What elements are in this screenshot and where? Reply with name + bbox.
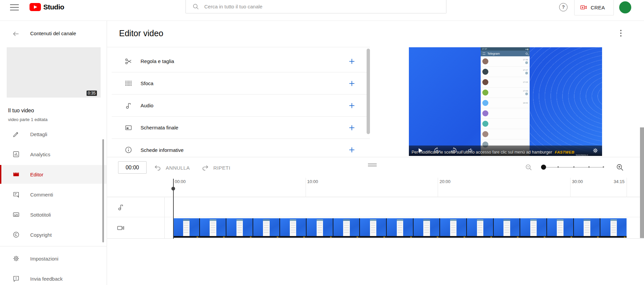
playhead-handle[interactable] xyxy=(171,187,175,190)
sidebar-item-analytics[interactable]: Analytics xyxy=(0,145,107,164)
chat-row: 17:27 xyxy=(481,67,530,77)
video-segment[interactable] xyxy=(520,218,546,238)
redo-label: RIPETI xyxy=(213,165,230,171)
crea-button[interactable]: CREA xyxy=(574,0,614,15)
zoom-slider-tick xyxy=(588,166,590,168)
video-segment[interactable] xyxy=(360,218,386,238)
sidebar-back-label[interactable]: Contenuti del canale xyxy=(30,31,76,36)
sidebar-item-sottotitoli[interactable]: Sottotitoli xyxy=(0,205,107,224)
video-segment[interactable] xyxy=(547,218,573,238)
video-segment[interactable] xyxy=(600,218,627,238)
search-icon xyxy=(192,3,199,10)
undo-button[interactable]: ANNULLA xyxy=(154,164,190,172)
video-preview-player[interactable]: 17:37▾▪▮ Telegram 17:36 17:27 17:03 17:0… xyxy=(409,47,602,156)
add-tool-icon[interactable] xyxy=(348,57,356,65)
hamburger-menu-icon[interactable] xyxy=(10,4,19,10)
sidebar-item-impostazioni[interactable]: Impostazioni xyxy=(0,249,107,268)
scissors-icon xyxy=(124,57,132,65)
timeline-ruler[interactable]: 00:0010:0020:0030:0034:15 xyxy=(107,178,644,197)
video-segment[interactable] xyxy=(253,218,279,238)
more-options-kebab-icon[interactable] xyxy=(618,30,624,38)
redo-button[interactable]: RIPETI xyxy=(201,164,230,172)
video-segment[interactable] xyxy=(307,218,333,238)
play-icon[interactable] xyxy=(417,147,424,154)
video-segment[interactable] xyxy=(173,218,199,238)
search-input[interactable] xyxy=(204,4,419,9)
comments-icon xyxy=(12,191,20,198)
phone-app-header: Telegram xyxy=(481,51,530,56)
phone-app-title: Telegram xyxy=(487,52,524,55)
track-label-divider xyxy=(164,197,165,239)
timecode-input[interactable] xyxy=(118,162,146,173)
video-segment[interactable] xyxy=(467,218,493,238)
add-tool-icon[interactable] xyxy=(348,146,356,154)
youtube-studio-logo[interactable]: Studio xyxy=(30,3,64,11)
add-tool-icon[interactable] xyxy=(348,102,356,110)
zoom-out-icon[interactable] xyxy=(525,164,533,171)
tool-row-schermata-finale[interactable]: Schermata finale xyxy=(112,117,370,139)
tool-row-regola-e-taglia[interactable]: Regola e taglia xyxy=(112,50,370,72)
channel-search-bar[interactable] xyxy=(185,0,446,13)
chat-row: 17:36 xyxy=(481,56,530,67)
youtube-studio-editor-page: Studio ? CREA Contenuti del canal xyxy=(0,0,644,285)
video-segment[interactable] xyxy=(333,218,360,238)
timeline-resize-handle[interactable] xyxy=(368,164,377,167)
video-duration-badge: 0:35 xyxy=(87,91,97,96)
chat-row xyxy=(481,129,530,139)
sidebar: Contenuti del canale 0:35 Il tuo video v… xyxy=(0,21,107,285)
gear-icon xyxy=(12,255,20,262)
player-settings-gear-icon[interactable] xyxy=(592,147,599,154)
editor-tools-panel: Regola e taglia Sfoca Audio xyxy=(107,47,370,157)
zoom-slider-thumb[interactable] xyxy=(541,165,546,170)
sidebar-item-editor[interactable]: Editor xyxy=(0,165,107,184)
video-segment[interactable] xyxy=(226,218,253,238)
ruler-tick-label: 00:00 xyxy=(175,179,186,184)
tool-row-audio[interactable]: Audio xyxy=(112,95,370,117)
tool-row-schede-informative[interactable]: Schede informative xyxy=(112,139,370,157)
video-segment[interactable] xyxy=(280,218,306,238)
page-scrollbar[interactable] xyxy=(640,127,644,238)
chat-row: 17:00 xyxy=(481,88,530,98)
phone-search-icon xyxy=(526,53,528,55)
video-segment[interactable] xyxy=(414,218,440,238)
timeline-zoom-slider[interactable] xyxy=(541,167,604,168)
ruler-end-label: 34:15 xyxy=(613,179,625,184)
video-segment[interactable] xyxy=(574,218,600,238)
timecode-box[interactable] xyxy=(118,161,147,174)
subtitles-icon xyxy=(12,211,20,218)
video-track-camera-icon xyxy=(117,224,125,232)
video-segment[interactable] xyxy=(494,218,520,238)
video-subtitle: video parte 1 editata xyxy=(8,117,48,122)
ruler-gridline xyxy=(306,178,306,197)
video-segment[interactable] xyxy=(440,218,466,238)
undo-label: ANNULLA xyxy=(166,165,190,171)
account-avatar[interactable] xyxy=(619,1,631,13)
video-title: Il tuo video xyxy=(8,108,34,114)
help-icon[interactable]: ? xyxy=(559,3,568,11)
sidebar-item-invia-feedback[interactable]: Invia feedback xyxy=(0,269,107,285)
rewind-10-icon[interactable]: 10 xyxy=(434,147,440,154)
ruler-tick-label: 30:00 xyxy=(572,179,583,184)
video-segment[interactable] xyxy=(200,218,226,238)
sidebar-divider xyxy=(0,246,107,246)
chat-row: 17:03 xyxy=(481,77,530,88)
video-thumbnail[interactable]: 0:35 xyxy=(7,47,101,98)
add-tool-icon[interactable] xyxy=(348,79,356,88)
video-segment[interactable] xyxy=(387,218,413,238)
sidebar-item-copyright[interactable]: Copyright xyxy=(0,225,107,244)
player-controls-bar: 10 10 xyxy=(409,146,602,156)
sidebar-item-commenti[interactable]: Commenti xyxy=(0,185,107,204)
sidebar-item-dettagli[interactable]: Dettagli xyxy=(0,125,107,144)
end-screen-icon xyxy=(124,124,132,132)
tool-row-sfoca[interactable]: Sfoca xyxy=(112,72,370,95)
add-tool-icon[interactable] xyxy=(348,124,356,132)
volume-icon[interactable] xyxy=(467,147,474,154)
page-title: Editor video xyxy=(119,28,163,38)
tools-scrollbar[interactable] xyxy=(367,49,370,134)
back-arrow-icon[interactable] xyxy=(12,30,19,38)
audio-track-row[interactable] xyxy=(107,197,644,217)
forward-10-icon[interactable]: 10 xyxy=(450,147,457,154)
sidebar-scrollbar[interactable] xyxy=(102,139,104,242)
music-note-icon xyxy=(124,102,132,110)
zoom-in-icon[interactable] xyxy=(616,163,624,172)
